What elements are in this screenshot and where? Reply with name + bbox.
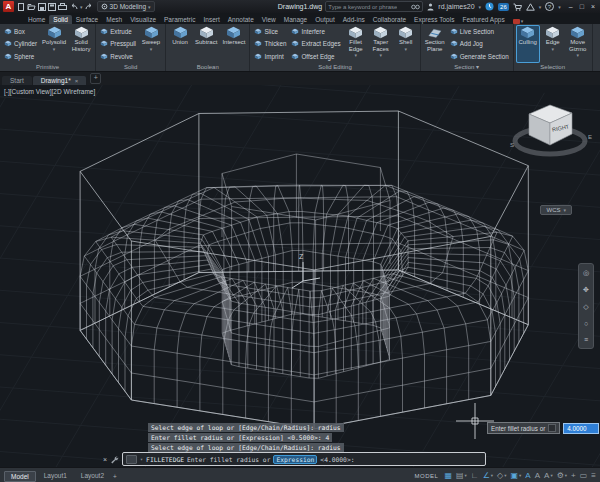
full-navigation-wheel-icon[interactable]: ◎ (583, 269, 589, 277)
a360-sync-icon[interactable] (485, 2, 494, 11)
ribbon-button-live-section[interactable]: Live Section (449, 28, 510, 35)
ribbon-tab-insert[interactable]: Insert (199, 15, 223, 24)
search-binoculars-icon[interactable] (411, 3, 420, 10)
search-input[interactable]: Type a keyword or phrase (325, 1, 423, 12)
apps-dropdown-icon[interactable]: ▾ (539, 4, 542, 10)
wcs-dropdown[interactable]: WCS ▾ (540, 205, 572, 215)
app-logo-icon[interactable]: A (3, 1, 14, 12)
signed-in-user[interactable]: rd.jaimes20 (438, 2, 474, 11)
recent-commands-icon[interactable] (126, 455, 137, 464)
maximize-button[interactable]: □ (580, 3, 584, 10)
saveas-icon[interactable] (48, 3, 56, 11)
ribbon-button-interfere[interactable]: Interfere (290, 28, 341, 35)
undo-icon[interactable] (69, 3, 78, 11)
ribbon-button-slice[interactable]: Slice (253, 28, 287, 35)
ribbon-tab-manage[interactable]: Manage (280, 15, 312, 24)
help-icon[interactable]: ? (545, 2, 554, 11)
ribbon-tab-collaborate[interactable]: Collaborate (369, 15, 410, 24)
pan-icon[interactable]: ✥ (583, 286, 589, 294)
ribbon-button-polysolid[interactable]: Polysolid▾ (40, 25, 68, 63)
ribbon-tab-annotate[interactable]: Annotate (224, 15, 258, 24)
close-tab-icon[interactable]: × (75, 78, 79, 84)
redo-icon[interactable] (85, 3, 94, 11)
ribbon-button-offset-edge[interactable]: Offset Edge (290, 53, 341, 60)
ribbon-tab-home[interactable]: Home (24, 15, 49, 24)
workspace-switching-icon[interactable]: ⚙ ▾ (557, 469, 567, 482)
zoom-icon[interactable]: ◇ (583, 303, 588, 311)
ribbon-button-shell[interactable]: Shell▾ (394, 25, 418, 63)
ribbon-button-generate-section[interactable]: Generate Section (449, 53, 510, 60)
open-folder-icon[interactable] (27, 3, 36, 11)
isodraft-icon[interactable]: ◇ ▾ (497, 469, 506, 482)
ribbon-button-taper-faces[interactable]: Taper Faces▾ (369, 25, 393, 63)
command-input[interactable]: ▾ FILLETEDGE Enter fillet radius or Expr… (122, 452, 486, 466)
recent-commands-chevron-icon[interactable]: ▾ (140, 456, 143, 462)
ribbon-button-revolve[interactable]: Revolve (99, 53, 137, 60)
panel-label[interactable]: Section ▾ (421, 63, 513, 71)
navigation-bar[interactable]: ◎ ✥ ◇ ○ ≡ (578, 263, 594, 349)
ribbon-tab-view[interactable]: View (258, 15, 280, 24)
crosshair-customize-icon[interactable]: + (571, 469, 576, 482)
file-tab-drawing1[interactable]: Drawing1*× (33, 76, 87, 85)
panel-label[interactable]: Solid Editing (250, 63, 419, 71)
file-tab-start[interactable]: Start (2, 76, 32, 85)
commandline-close-icon[interactable]: × (103, 456, 107, 463)
panel-label[interactable]: Solid (96, 63, 165, 71)
ribbon-button-sphere[interactable]: Sphere (3, 53, 38, 60)
viewcube-cube[interactable]: RIGHT (529, 105, 572, 145)
viewport-controls[interactable]: [-][Custom View][2D Wireframe] (4, 88, 95, 95)
panel-label[interactable]: Selection (514, 63, 592, 71)
ribbon-button-sweep[interactable]: Sweep▾ (139, 25, 163, 63)
customize-wrench-icon[interactable] (110, 455, 119, 464)
ribbon-button-add-jog[interactable]: Add Jog (449, 40, 510, 47)
ribbon-button-extract-edges[interactable]: Extract Edges (290, 40, 341, 47)
ribbon-button-culling[interactable]: Culling (516, 25, 540, 63)
undo-dropdown-icon[interactable]: ▾ (80, 4, 83, 10)
minimize-button[interactable]: – (569, 3, 573, 10)
ribbon-button-box[interactable]: Box (3, 28, 38, 35)
customization-menu-icon[interactable]: ≡ (591, 469, 596, 482)
ribbon-button-subtract[interactable]: Subtract (193, 25, 219, 63)
compass-east-label[interactable]: E (588, 134, 592, 140)
model-space-label[interactable]: MODEL (415, 473, 439, 479)
panel-label[interactable]: Primitive (0, 63, 95, 71)
ribbon-button-presspull[interactable]: Presspull (99, 40, 137, 47)
ribbon-button-edge[interactable]: Edge▾ (541, 25, 565, 63)
ribbon-tab-add-ins[interactable]: Add-ins (339, 15, 369, 24)
viewcube[interactable]: S E RIGHT (502, 97, 598, 175)
new-drawing-button[interactable]: + (90, 73, 101, 84)
annotation-scale-icon[interactable]: A ▾ (544, 469, 553, 482)
new-file-icon[interactable] (17, 3, 25, 11)
polar-tracking-icon[interactable]: ∠ ▾ (483, 469, 493, 482)
panel-label[interactable]: Boolean (166, 63, 249, 71)
ribbon-tab-solid[interactable]: Solid (49, 15, 71, 24)
hardware-acceleration-icon[interactable]: ▭ (580, 469, 588, 482)
layout-tab-layout1[interactable]: Layout1 (38, 471, 73, 482)
annotation-autoscale-icon[interactable]: A (535, 469, 540, 482)
save-icon[interactable] (38, 3, 46, 11)
workspace-switcher[interactable]: 3D Modeling ▾ (97, 1, 155, 12)
ribbon-button-solid-history[interactable]: Solid History (69, 25, 93, 63)
object-snap-icon[interactable]: ▣ ▾ (511, 469, 522, 482)
ortho-mode-icon[interactable]: ∟ (471, 469, 479, 482)
ribbon-button-fillet-edge[interactable]: Fillet Edge▾ (344, 25, 368, 63)
ribbon-tab-express-tools[interactable]: Express Tools (410, 15, 458, 24)
ribbon-tab-parametric[interactable]: Parametric (160, 15, 199, 24)
ribbon-button-imprint[interactable]: Imprint (253, 53, 287, 60)
annotation-visibility-icon[interactable]: A (525, 469, 530, 482)
ribbon-tab-featured-apps[interactable]: Featured Apps (458, 15, 508, 24)
ribbon-button-thicken[interactable]: Thicken (253, 40, 287, 47)
screencast-icon[interactable] (513, 19, 520, 24)
layout-tab-layout2[interactable]: Layout2 (75, 471, 110, 482)
ribbon-tab-output[interactable]: Output (311, 15, 339, 24)
command-option-expression[interactable]: Expression (273, 455, 317, 464)
close-button[interactable]: × (591, 3, 595, 10)
drawing-canvas[interactable]: Z [-][Custom View][2D Wireframe] S E RIG… (0, 85, 600, 467)
dynamic-options-icon[interactable] (548, 424, 556, 432)
plot-icon[interactable] (58, 3, 67, 11)
ribbon-button-extrude[interactable]: Extrude (99, 28, 137, 35)
snap-mode-icon[interactable]: ▤ ▾ (456, 469, 467, 482)
ribbon-button-move-gizmo[interactable]: Move Gizmo▾ (566, 25, 590, 63)
ribbon-tab-surface[interactable]: Surface (72, 15, 102, 24)
autodesk-apps-icon[interactable] (526, 3, 535, 11)
